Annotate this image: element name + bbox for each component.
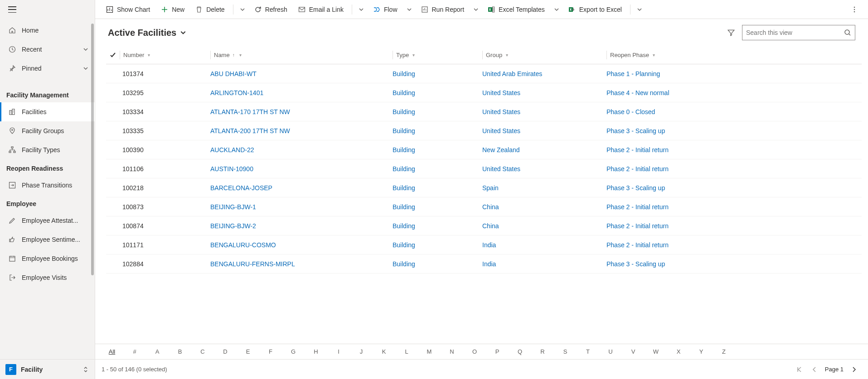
- table-row[interactable]: 102884BENGALURU-FERNS-MIRPLBuildingIndia…: [106, 254, 862, 273]
- table-row[interactable]: 101106AUSTIN-10900BuildingUnited StatesP…: [106, 159, 862, 178]
- nav-pinned[interactable]: Pinned: [0, 59, 95, 78]
- table-row[interactable]: 100390AUCKLAND-22BuildingNew ZealandPhas…: [106, 140, 862, 159]
- alpha-x[interactable]: X: [667, 348, 690, 355]
- alpha-r[interactable]: R: [531, 348, 554, 355]
- cell-type-link[interactable]: Building: [393, 165, 415, 173]
- alpha-b[interactable]: B: [169, 348, 191, 355]
- alpha-m[interactable]: M: [418, 348, 441, 355]
- cell-type-link[interactable]: Building: [393, 108, 415, 115]
- cell-phase-link[interactable]: Phase 2 - Initial return: [606, 146, 669, 154]
- delete-button[interactable]: Delete: [191, 2, 229, 17]
- select-all[interactable]: [106, 52, 120, 58]
- run-report-button[interactable]: Run Report: [417, 2, 469, 17]
- flow-button[interactable]: Flow: [369, 2, 402, 17]
- export-excel-button[interactable]: Export to Excel: [564, 2, 626, 17]
- cell-name-link[interactable]: BENGALURU-FERNS-MIRPL: [210, 260, 295, 268]
- cell-group-link[interactable]: United States: [482, 165, 520, 173]
- table-row[interactable]: 103295ARLINGTON-1401BuildingUnited State…: [106, 83, 862, 102]
- scrollbar[interactable]: [91, 24, 94, 275]
- show-chart-button[interactable]: Show Chart: [102, 2, 155, 17]
- cell-name-link[interactable]: BEIJING-BJW-2: [210, 222, 256, 230]
- email-link-button[interactable]: Email a Link: [294, 2, 348, 17]
- cell-name-link[interactable]: BARCELONA-JOSEP: [210, 184, 272, 192]
- cell-phase-link[interactable]: Phase 3 - Scaling up: [606, 127, 665, 134]
- cell-phase-link[interactable]: Phase 2 - Initial return: [606, 222, 669, 230]
- column-name[interactable]: Name↑▾: [210, 52, 393, 58]
- run-report-chevron[interactable]: [470, 2, 481, 17]
- alpha-p[interactable]: P: [486, 348, 509, 355]
- sidebar-item-bookings[interactable]: Employee Bookings: [0, 249, 95, 268]
- search-box[interactable]: [742, 25, 855, 40]
- alpha-a[interactable]: A: [146, 348, 169, 355]
- sidebar-item-phase-transitions[interactable]: Phase Transitions: [0, 176, 95, 195]
- table-row[interactable]: 101171BENGALURU-COSMOBuildingIndiaPhase …: [106, 235, 862, 254]
- alpha-c[interactable]: C: [191, 348, 214, 355]
- cell-name-link[interactable]: ARLINGTON-1401: [210, 89, 263, 96]
- export-split-chevron[interactable]: [634, 2, 645, 17]
- new-button[interactable]: New: [156, 2, 189, 17]
- alpha-h[interactable]: H: [305, 348, 327, 355]
- alpha-t[interactable]: T: [577, 348, 599, 355]
- table-row[interactable]: 101374ABU DHABI-WTBuildingUnited Arab Em…: [106, 64, 862, 83]
- cell-group-link[interactable]: United States: [482, 108, 520, 115]
- sidebar-item-facility-types[interactable]: Facility Types: [0, 140, 95, 159]
- cell-type-link[interactable]: Building: [393, 184, 415, 192]
- view-selector[interactable]: Active Facilities: [108, 28, 186, 38]
- hamburger-menu-button[interactable]: [8, 6, 16, 13]
- grid-body[interactable]: 101374ABU DHABI-WTBuildingUnited Arab Em…: [106, 64, 862, 344]
- cell-type-link[interactable]: Building: [393, 203, 415, 211]
- app-switcher[interactable]: F Facility: [0, 359, 95, 379]
- cell-name-link[interactable]: BENGALURU-COSMO: [210, 241, 276, 249]
- cell-phase-link[interactable]: Phase 1 - Planning: [606, 70, 660, 77]
- cell-group-link[interactable]: United States: [482, 89, 520, 96]
- cell-name-link[interactable]: AUCKLAND-22: [210, 146, 254, 154]
- alpha-g[interactable]: G: [282, 348, 305, 355]
- alpha-z[interactable]: Z: [713, 348, 735, 355]
- filter-button[interactable]: [727, 28, 736, 37]
- alpha-d[interactable]: D: [214, 348, 237, 355]
- cell-phase-link[interactable]: Phase 3 - Scaling up: [606, 184, 665, 192]
- alpha-w[interactable]: W: [645, 348, 667, 355]
- search-input[interactable]: [746, 29, 844, 36]
- alpha-i[interactable]: I: [327, 348, 350, 355]
- flow-chevron[interactable]: [404, 2, 415, 17]
- overflow-button[interactable]: [849, 6, 860, 13]
- excel-templates-chevron[interactable]: [551, 2, 562, 17]
- first-page-button[interactable]: [794, 365, 804, 374]
- alpha-o[interactable]: O: [463, 348, 486, 355]
- cell-name-link[interactable]: ATLANTA-200 17TH ST NW: [210, 127, 290, 134]
- alpha-u[interactable]: U: [599, 348, 622, 355]
- sidebar-item-visits[interactable]: Employee Visits: [0, 268, 95, 287]
- excel-templates-button[interactable]: Excel Templates: [483, 2, 549, 17]
- nav-home[interactable]: Home: [0, 21, 95, 40]
- cell-phase-link[interactable]: Phase 3 - Scaling up: [606, 260, 665, 268]
- email-split-chevron[interactable]: [356, 2, 367, 17]
- cell-group-link[interactable]: China: [482, 203, 499, 211]
- prev-page-button[interactable]: [810, 365, 820, 374]
- cell-phase-link[interactable]: Phase 0 - Closed: [606, 108, 655, 115]
- cell-type-link[interactable]: Building: [393, 146, 415, 154]
- cell-group-link[interactable]: China: [482, 222, 499, 230]
- cell-phase-link[interactable]: Phase 2 - Initial return: [606, 165, 669, 173]
- cell-name-link[interactable]: ATLANTA-170 17TH ST NW: [210, 108, 290, 115]
- sidebar-item-facility-groups[interactable]: Facility Groups: [0, 121, 95, 140]
- alpha-e[interactable]: E: [237, 348, 259, 355]
- alpha-j[interactable]: J: [350, 348, 373, 355]
- cell-type-link[interactable]: Building: [393, 89, 415, 96]
- alpha-all[interactable]: All: [101, 348, 123, 355]
- cell-phase-link[interactable]: Phase 2 - Initial return: [606, 241, 669, 249]
- table-row[interactable]: 103335ATLANTA-200 17TH ST NWBuildingUnit…: [106, 121, 862, 140]
- cell-type-link[interactable]: Building: [393, 260, 415, 268]
- cell-group-link[interactable]: United Arab Emirates: [482, 70, 542, 77]
- cell-name-link[interactable]: ABU DHABI-WT: [210, 70, 257, 77]
- cell-phase-link[interactable]: Phase 2 - Initial return: [606, 203, 669, 211]
- alpha-n[interactable]: N: [441, 348, 463, 355]
- alpha-v[interactable]: V: [622, 348, 645, 355]
- column-phase[interactable]: Reopen Phase▾: [606, 52, 862, 58]
- cell-group-link[interactable]: Spain: [482, 184, 499, 192]
- alpha-#[interactable]: #: [123, 348, 146, 355]
- alpha-q[interactable]: Q: [509, 348, 531, 355]
- cell-name-link[interactable]: BEIJING-BJW-1: [210, 203, 256, 211]
- alpha-f[interactable]: F: [259, 348, 282, 355]
- cell-group-link[interactable]: India: [482, 241, 496, 249]
